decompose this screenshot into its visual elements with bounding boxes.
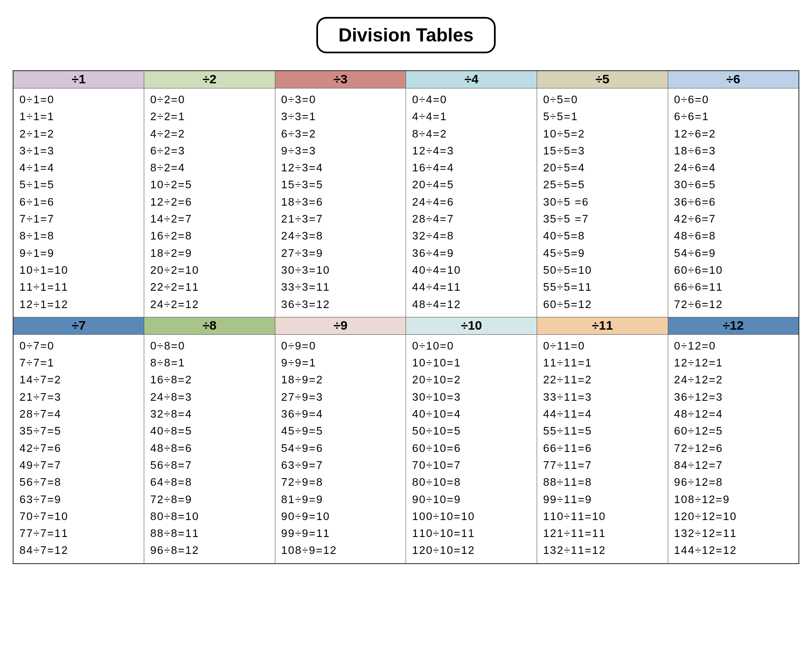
equation: 100÷10=10 — [412, 508, 532, 525]
equation: 4÷4=1 — [412, 108, 532, 125]
equation: 72÷6=12 — [674, 296, 794, 313]
column-header-div-5: ÷5 — [537, 71, 668, 88]
table-cell-div-3: ÷30÷3=03÷3=16÷3=29÷3=312÷3=415÷3=518÷3=6… — [275, 71, 406, 317]
equation: 8÷1=8 — [19, 227, 140, 244]
equation: 30÷6=5 — [674, 176, 794, 193]
equation: 6÷6=1 — [674, 108, 794, 125]
column-header-div-2: ÷2 — [144, 71, 275, 88]
equation: 63÷7=9 — [19, 491, 140, 508]
equation: 0÷3=0 — [281, 91, 402, 108]
table-cell-div-10: ÷100÷10=010÷10=120÷10=230÷10=340÷10=450÷… — [406, 317, 537, 563]
equation: 11÷1=11 — [19, 278, 140, 295]
equation: 48÷6=8 — [674, 227, 794, 244]
equation: 110÷11=10 — [543, 508, 664, 525]
equation: 33÷11=3 — [543, 388, 664, 405]
equation: 21÷7=3 — [19, 388, 140, 405]
equation: 5÷5=1 — [543, 108, 664, 125]
column-body-div-3: 0÷3=03÷3=16÷3=29÷3=312÷3=415÷3=518÷3=621… — [275, 88, 406, 317]
equation: 0÷10=0 — [412, 337, 532, 354]
column-body-div-4: 0÷4=04÷4=18÷4=212÷4=316÷4=420÷4=524÷4=62… — [406, 88, 537, 317]
equation: 144÷12=12 — [674, 542, 794, 559]
equation: 99÷9=11 — [281, 525, 402, 542]
equation: 56÷7=8 — [19, 474, 140, 490]
equation: 36÷4=9 — [412, 245, 532, 262]
equation: 2÷1=2 — [19, 125, 140, 142]
table-cell-div-6: ÷60÷6=06÷6=112÷6=218÷6=324÷6=430÷6=536÷6… — [668, 71, 799, 317]
equation: 36÷6=6 — [674, 193, 794, 210]
equation: 8÷4=2 — [412, 125, 532, 142]
equation: 90÷9=10 — [281, 508, 402, 525]
column-header-div-10: ÷10 — [406, 317, 537, 335]
equation: 21÷3=7 — [281, 210, 402, 227]
equation: 88÷11=8 — [543, 474, 664, 490]
equation: 0÷6=0 — [674, 91, 794, 108]
equation: 16÷8=2 — [150, 371, 271, 388]
equation: 5÷1=5 — [19, 176, 140, 193]
equation: 11÷11=1 — [543, 354, 664, 371]
page-title: Division Tables — [316, 17, 496, 53]
equation: 22÷11=2 — [543, 371, 664, 388]
equation: 77÷7=11 — [19, 525, 140, 542]
equation: 99÷11=9 — [543, 491, 664, 508]
equation: 90÷10=9 — [412, 491, 532, 508]
equation: 40÷4=10 — [412, 262, 532, 278]
equation: 10÷2=5 — [150, 176, 271, 193]
equation: 54÷6=9 — [674, 245, 794, 262]
column-body-div-10: 0÷10=010÷10=120÷10=230÷10=340÷10=450÷10=… — [406, 335, 537, 563]
equation: 66÷6=11 — [674, 278, 794, 295]
equation: 15÷5=3 — [543, 142, 664, 159]
division-tables-grid: ÷10÷1=01÷1=12÷1=23÷1=34÷1=45÷1=56÷1=67÷1… — [13, 70, 799, 564]
equation: 32÷8=4 — [150, 405, 271, 422]
equation: 40÷5=8 — [543, 227, 664, 244]
equation: 55÷5=11 — [543, 278, 664, 295]
equation: 120÷10=12 — [412, 542, 532, 559]
equation: 27÷3=9 — [281, 245, 402, 262]
equation: 6÷1=6 — [19, 193, 140, 210]
equation: 10÷1=10 — [19, 262, 140, 278]
equation: 4÷1=4 — [19, 159, 140, 176]
equation: 108÷12=9 — [674, 491, 794, 508]
equation: 55÷11=5 — [543, 422, 664, 439]
column-header-div-8: ÷8 — [144, 317, 275, 335]
table-cell-div-9: ÷90÷9=09÷9=118÷9=227÷9=336÷9=445÷9=554÷9… — [275, 317, 406, 563]
equation: 70÷7=10 — [19, 508, 140, 525]
equation: 72÷9=8 — [281, 474, 402, 490]
equation: 16÷2=8 — [150, 227, 271, 244]
equation: 0÷12=0 — [674, 337, 794, 354]
equation: 24÷3=8 — [281, 227, 402, 244]
equation: 30÷10=3 — [412, 388, 532, 405]
equation: 50÷5=10 — [543, 262, 664, 278]
equation: 132÷11=12 — [543, 542, 664, 559]
equation: 3÷1=3 — [19, 142, 140, 159]
equation: 24÷6=4 — [674, 159, 794, 176]
equation: 14÷2=7 — [150, 210, 271, 227]
equation: 70÷10=7 — [412, 457, 532, 474]
column-header-div-11: ÷11 — [537, 317, 668, 335]
equation: 14÷7=2 — [19, 371, 140, 388]
column-header-div-12: ÷12 — [668, 317, 798, 335]
equation: 42÷6=7 — [674, 210, 794, 227]
equation: 66÷11=6 — [543, 440, 664, 457]
column-body-div-9: 0÷9=09÷9=118÷9=227÷9=336÷9=445÷9=554÷9=6… — [275, 335, 406, 563]
equation: 121÷11=11 — [543, 525, 664, 542]
table-cell-div-12: ÷120÷12=012÷12=124÷12=236÷12=348÷12=460÷… — [668, 317, 799, 563]
equation: 0÷8=0 — [150, 337, 271, 354]
equation: 3÷3=1 — [281, 108, 402, 125]
column-body-div-8: 0÷8=08÷8=116÷8=224÷8=332÷8=440÷8=548÷8=6… — [144, 335, 275, 563]
table-cell-div-8: ÷80÷8=08÷8=116÷8=224÷8=332÷8=440÷8=548÷8… — [144, 317, 275, 563]
equation: 72÷12=6 — [674, 440, 794, 457]
equation: 1÷1=1 — [19, 108, 140, 125]
equation: 60÷6=10 — [674, 262, 794, 278]
equation: 44÷11=4 — [543, 405, 664, 422]
equation: 16÷4=4 — [412, 159, 532, 176]
equation: 132÷12=11 — [674, 525, 794, 542]
table-cell-div-5: ÷50÷5=05÷5=110÷5=215÷5=320÷5=425÷5=530÷5… — [537, 71, 668, 317]
equation: 0÷9=0 — [281, 337, 402, 354]
equation: 18÷9=2 — [281, 371, 402, 388]
equation: 18÷6=3 — [674, 142, 794, 159]
equation: 30÷5 =6 — [543, 193, 664, 210]
equation: 7÷1=7 — [19, 210, 140, 227]
column-body-div-2: 0÷2=02÷2=14÷2=26÷2=38÷2=410÷2=512÷2=614÷… — [144, 88, 275, 317]
equation: 18÷3=6 — [281, 193, 402, 210]
equation: 9÷1=9 — [19, 245, 140, 262]
